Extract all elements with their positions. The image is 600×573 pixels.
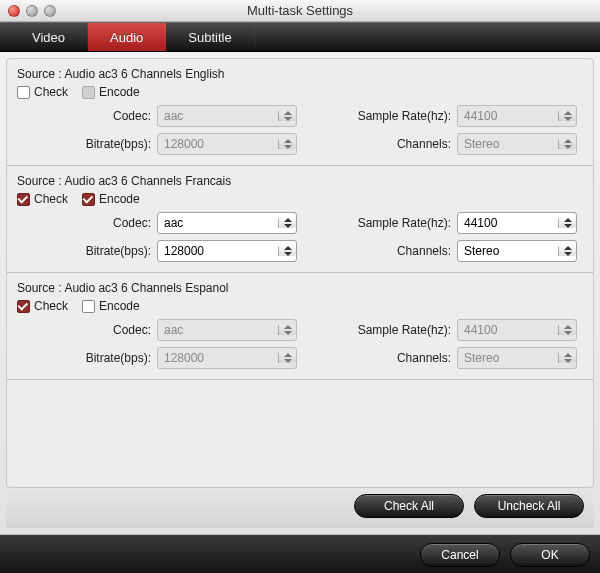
channels-label: Channels: [337,244,457,258]
audio-track: Source : Audio ac3 6 Channels English Ch… [7,59,593,166]
sample-rate-select: 44100 [457,319,577,341]
channels-value: Stereo [458,244,558,258]
stepper-icon [558,246,576,256]
audio-track: Source : Audio ac3 6 Channels Francais C… [7,166,593,273]
sample-rate-select[interactable]: 44100 [457,212,577,234]
bitrate-value: 128000 [158,137,278,151]
stepper-icon [278,139,296,149]
checkbox-icon [17,86,30,99]
check-checkbox[interactable]: Check [17,192,68,206]
check-checkbox[interactable]: Check [17,85,68,99]
sample-rate-label: Sample Rate(hz): [337,109,457,123]
source-line: Source : Audio ac3 6 Channels Francais [17,172,583,192]
codec-value: aac [158,323,278,337]
check-all-button[interactable]: Check All [354,494,464,518]
tab-video[interactable]: Video [10,23,88,51]
encode-checkbox[interactable]: Encode [82,299,140,313]
encode-label: Encode [99,299,140,313]
stepper-icon [558,218,576,228]
bitrate-value: 128000 [158,244,278,258]
sample-rate-label: Sample Rate(hz): [337,216,457,230]
tab-audio-label: Audio [110,30,143,45]
bitrate-select: 128000 [157,133,297,155]
bitrate-label: Bitrate(bps): [17,137,157,151]
source-prefix: Source : [17,174,62,188]
cancel-label: Cancel [441,548,478,562]
source-prefix: Source : [17,67,62,81]
codec-select: aac [157,319,297,341]
channels-select: Stereo [457,347,577,369]
uncheck-all-label: Uncheck All [498,499,561,513]
panel-button-bar: Check All Uncheck All [6,488,594,528]
source-value: Audio ac3 6 Channels Francais [64,174,231,188]
codec-label: Codec: [17,109,157,123]
uncheck-all-button[interactable]: Uncheck All [474,494,584,518]
window-controls [8,5,56,17]
stepper-icon [278,325,296,335]
codec-label: Codec: [17,216,157,230]
checkbox-icon [82,193,95,206]
stepper-icon [558,111,576,121]
tab-strip: Video Audio Subtitle [0,22,600,52]
stepper-icon [558,325,576,335]
stepper-icon [558,353,576,363]
channels-value: Stereo [458,351,558,365]
codec-select: aac [157,105,297,127]
checkbox-icon [82,86,95,99]
titlebar: Multi-task Settings [0,0,600,22]
checkbox-icon [82,300,95,313]
encode-checkbox[interactable]: Encode [82,192,140,206]
source-line: Source : Audio ac3 6 Channels English [17,65,583,85]
window-title: Multi-task Settings [0,3,600,18]
source-value: Audio ac3 6 Channels Espanol [64,281,228,295]
codec-select[interactable]: aac [157,212,297,234]
stepper-icon [558,139,576,149]
checkbox-icon [17,300,30,313]
audio-track: Source : Audio ac3 6 Channels Espanol Ch… [7,273,593,380]
checkbox-icon [17,193,30,206]
bitrate-label: Bitrate(bps): [17,351,157,365]
source-line: Source : Audio ac3 6 Channels Espanol [17,279,583,299]
bitrate-select: 128000 [157,347,297,369]
channels-label: Channels: [337,137,457,151]
codec-label: Codec: [17,323,157,337]
codec-value: aac [158,216,278,230]
source-value: Audio ac3 6 Channels English [64,67,224,81]
channels-value: Stereo [458,137,558,151]
footer: Cancel OK [0,535,600,573]
stepper-icon [278,111,296,121]
source-prefix: Source : [17,281,62,295]
tab-audio[interactable]: Audio [88,23,166,51]
check-label: Check [34,299,68,313]
channels-label: Channels: [337,351,457,365]
sample-rate-value: 44100 [458,109,558,123]
encode-label: Encode [99,192,140,206]
bitrate-select[interactable]: 128000 [157,240,297,262]
encode-checkbox: Encode [82,85,140,99]
tab-subtitle-label: Subtitle [188,30,231,45]
check-checkbox[interactable]: Check [17,299,68,313]
zoom-icon[interactable] [44,5,56,17]
check-label: Check [34,192,68,206]
stepper-icon [278,353,296,363]
minimize-icon[interactable] [26,5,38,17]
ok-button[interactable]: OK [510,543,590,567]
stepper-icon [278,218,296,228]
codec-value: aac [158,109,278,123]
cancel-button[interactable]: Cancel [420,543,500,567]
sample-rate-value: 44100 [458,216,558,230]
ok-label: OK [541,548,558,562]
tab-subtitle[interactable]: Subtitle [166,23,254,51]
encode-label: Encode [99,85,140,99]
close-icon[interactable] [8,5,20,17]
channels-select[interactable]: Stereo [457,240,577,262]
audio-panel: Source : Audio ac3 6 Channels English Ch… [6,58,594,488]
bitrate-value: 128000 [158,351,278,365]
channels-select: Stereo [457,133,577,155]
stepper-icon [278,246,296,256]
sample-rate-select: 44100 [457,105,577,127]
bitrate-label: Bitrate(bps): [17,244,157,258]
sample-rate-label: Sample Rate(hz): [337,323,457,337]
tab-video-label: Video [32,30,65,45]
check-all-label: Check All [384,499,434,513]
